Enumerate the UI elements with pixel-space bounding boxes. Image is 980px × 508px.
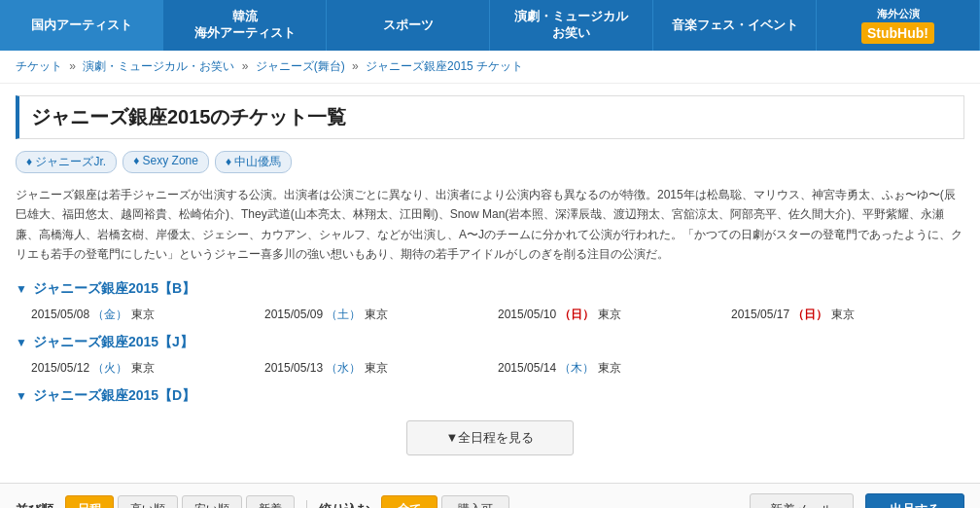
nav-korean[interactable]: 韓流 海外アーティスト — [163, 0, 327, 51]
event-dates-B: 2015/05/08 （金） 東京 2015/05/09 （土） 東京 2015… — [16, 304, 964, 326]
bottom-bar: 並び順 日程 高い順 安い順 新着 絞り込む 全て 購入可 新着メール 出品する — [0, 483, 980, 508]
main-nav: 国内アーティスト 韓流 海外アーティスト スポーツ 演劇・ミュージカル お笑い … — [0, 0, 980, 51]
sell-button[interactable]: 出品する — [865, 493, 964, 508]
event-title-D[interactable]: ジャニーズ銀座2015【D】 — [33, 387, 195, 405]
event-toggle-D[interactable]: ▼ — [16, 389, 27, 403]
tag-2[interactable]: ♦ 中山優馬 — [215, 151, 292, 173]
sort-high[interactable]: 高い順 — [118, 495, 178, 508]
nav-sports[interactable]: スポーツ — [327, 0, 490, 51]
event-toggle-B[interactable]: ▼ — [16, 282, 27, 296]
nav-music-fes[interactable]: 音楽フェス・イベント — [653, 0, 817, 51]
date-B-1[interactable]: 2015/05/09 （土） 東京 — [264, 304, 498, 326]
date-J-1[interactable]: 2015/05/13 （水） 東京 — [264, 357, 498, 380]
event-header-J: ▼ ジャニーズ銀座2015【J】 — [16, 334, 964, 351]
sort-new[interactable]: 新着 — [246, 495, 295, 508]
filter-all[interactable]: 全て — [381, 495, 438, 508]
event-section-J: ▼ ジャニーズ銀座2015【J】 2015/05/12 （火） 東京 2015/… — [16, 334, 964, 380]
event-dates-J: 2015/05/12 （火） 東京 2015/05/13 （水） 東京 2015… — [16, 357, 964, 380]
date-B-3[interactable]: 2015/05/17 （日） 東京 — [731, 304, 964, 326]
event-title-B[interactable]: ジャニーズ銀座2015【B】 — [33, 280, 195, 298]
main-content: ジャニーズ銀座2015のチケット一覧 ♦ ジャニーズJr. ♦ Sexy Zon… — [0, 84, 980, 483]
breadcrumb-link-current[interactable]: ジャニーズ銀座2015 チケット — [366, 59, 523, 73]
event-title-J[interactable]: ジャニーズ銀座2015【J】 — [33, 334, 193, 351]
filter-buttons: 全て 購入可 — [381, 495, 509, 508]
event-header-D: ▼ ジャニーズ銀座2015【D】 — [16, 387, 964, 405]
view-all-wrapper: ▼全日程を見る — [16, 420, 964, 455]
breadcrumb: チケット » 演劇・ミュージカル・お笑い » ジャニーズ(舞台) » ジャニーズ… — [0, 51, 980, 84]
notification-button[interactable]: 新着メール — [750, 493, 854, 508]
tag-1[interactable]: ♦ Sexy Zone — [122, 151, 209, 173]
breadcrumb-link-tickets[interactable]: チケット — [16, 59, 62, 73]
date-J-2[interactable]: 2015/05/14 （木） 東京 — [498, 357, 731, 380]
breadcrumb-link-johnnys[interactable]: ジャニーズ(舞台) — [256, 59, 345, 73]
nav-theater[interactable]: 演劇・ミュージカル お笑い — [490, 0, 653, 51]
tag-bar: ♦ ジャニーズJr. ♦ Sexy Zone ♦ 中山優馬 — [16, 151, 964, 173]
date-B-2[interactable]: 2015/05/10 （日） 東京 — [498, 304, 731, 326]
event-header-B: ▼ ジャニーズ銀座2015【B】 — [16, 280, 964, 298]
event-toggle-J[interactable]: ▼ — [16, 336, 27, 349]
event-section-B: ▼ ジャニーズ銀座2015【B】 2015/05/08 （金） 東京 2015/… — [16, 280, 964, 326]
nav-domestic[interactable]: 国内アーティスト — [0, 0, 163, 51]
description: ジャニーズ銀座は若手ジャニーズが出演する公演。出演者は公演ごとに異なり、出演者に… — [16, 185, 964, 265]
sort-label: 並び順 — [16, 501, 53, 508]
page-title: ジャニーズ銀座2015のチケット一覧 — [31, 104, 952, 130]
filter-label: 絞り込む — [319, 501, 369, 508]
date-J-0[interactable]: 2015/05/12 （火） 東京 — [31, 357, 264, 380]
sort-low[interactable]: 安い順 — [182, 495, 242, 508]
page-title-wrapper: ジャニーズ銀座2015のチケット一覧 — [16, 95, 964, 139]
breadcrumb-link-theater[interactable]: 演劇・ミュージカル・お笑い — [83, 59, 234, 73]
view-all-button[interactable]: ▼全日程を見る — [406, 420, 575, 455]
divider-1 — [306, 500, 307, 508]
sort-buttons: 日程 高い順 安い順 新着 — [65, 495, 295, 508]
filter-available[interactable]: 購入可 — [441, 495, 509, 508]
nav-overseas[interactable]: 海外公演 StubHub! — [817, 0, 980, 51]
sort-date[interactable]: 日程 — [65, 495, 114, 508]
tag-0[interactable]: ♦ ジャニーズJr. — [16, 151, 117, 173]
date-B-0[interactable]: 2015/05/08 （金） 東京 — [31, 304, 264, 326]
event-section-D: ▼ ジャニーズ銀座2015【D】 — [16, 387, 964, 405]
